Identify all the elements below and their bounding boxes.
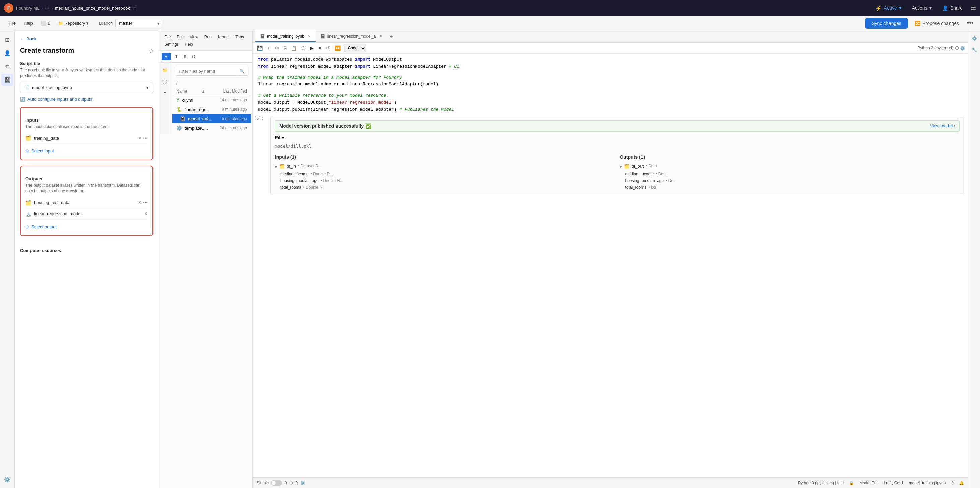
jupyter-circle-icon[interactable]: ◯ — [160, 77, 170, 86]
cut-btn[interactable]: ✂ — [273, 44, 280, 52]
file-item-linear-regr[interactable]: 🐍 linear_regr... 9 minutes ago — [172, 105, 251, 114]
script-file-selector[interactable]: 📄model_training.ipynb ▾ — [20, 82, 153, 93]
file-name-model-training: model_trai... — [188, 116, 222, 121]
jupyter-kernel-menu[interactable]: Kernel — [215, 33, 232, 40]
help-menu-item[interactable]: Help — [21, 19, 36, 27]
jupyter-settings-menu[interactable]: Settings — [162, 41, 181, 48]
more-output-options-icon[interactable]: ••• — [143, 200, 148, 205]
jupyter-file-menu[interactable]: File — [162, 33, 173, 40]
sync-changes-button[interactable]: Sync changes — [865, 18, 908, 29]
paste-btn[interactable]: 📋 — [289, 44, 298, 52]
remove-output-housing-icon[interactable]: ✕ — [138, 200, 142, 205]
remove-input-icon[interactable]: ✕ — [138, 136, 142, 141]
more-tools-btn[interactable]: ⬡ — [300, 44, 307, 52]
jupyter-run-menu[interactable]: Run — [202, 33, 215, 40]
sidebar-icon-layers[interactable]: ⧉ — [2, 60, 13, 72]
view-model-link[interactable]: View model › — [930, 123, 955, 128]
field-median-income: median_income • Double R... — [275, 171, 615, 177]
right-settings-panel: ⚙️ 🔧 — [968, 31, 980, 488]
kw-import-1: import — [355, 57, 371, 62]
select-output-button[interactable]: ⊕ Select output — [25, 223, 57, 230]
fast-forward-btn[interactable]: ⏩ — [333, 44, 342, 52]
share-button[interactable]: 👤 Share — [940, 4, 965, 12]
file-menu: File Help ⬜ 1 📁 Repository ▾ — [5, 19, 92, 27]
cell-number: [6]: — [254, 116, 264, 121]
df-in-type: • Dataset R... — [298, 164, 322, 168]
branch-select-input[interactable]: master — [115, 19, 162, 27]
right-panel-gear-icon[interactable]: ⚙️ — [970, 33, 979, 43]
df-out-name: df_out — [632, 164, 643, 168]
config-file-icon: ⚙️ — [176, 126, 182, 131]
plus-circle-output-icon: ⊕ — [25, 224, 29, 229]
tab-linear-regression[interactable]: 📓 linear_regression_model_a ✕ — [316, 31, 387, 42]
jupyter-help-menu[interactable]: Help — [182, 41, 196, 48]
panel-external-link-icon[interactable]: ⬡ — [150, 49, 153, 54]
status-zero-1: 0 — [285, 481, 287, 485]
status-icon-2: ⚙️ — [300, 481, 305, 485]
compute-section: Compute resources — [20, 243, 153, 254]
file-item-model-training[interactable]: 📓 model_trai... 5 minutes ago — [172, 114, 251, 123]
tab-model-training[interactable]: 📓 model_training.ipynb ✕ — [255, 31, 316, 42]
save-btn[interactable]: 💾 — [255, 44, 264, 52]
new-file-button[interactable]: + — [162, 52, 171, 60]
modified-column-header: Last Modified — [207, 89, 247, 94]
add-cell-btn[interactable]: + — [266, 44, 272, 52]
code-block: from palantir_models.code_workspaces imp… — [253, 54, 968, 116]
file-search-input[interactable] — [179, 69, 237, 74]
upload2-button[interactable]: ⬆ — [181, 53, 188, 60]
jupyter-view-menu[interactable]: View — [187, 33, 201, 40]
yaml-file-icon: Y — [176, 97, 179, 103]
simple-toggle-pill[interactable] — [271, 480, 282, 486]
active-button[interactable]: ⚡ Active ▾ — [873, 4, 904, 13]
more-input-options-icon[interactable]: ••• — [143, 136, 148, 141]
close-tab-2-icon[interactable]: ✕ — [379, 34, 383, 38]
repository-menu-item[interactable]: 📁 Repository ▾ — [55, 19, 92, 27]
actions-button[interactable]: Actions ▾ — [909, 4, 934, 12]
code-settings-icon[interactable]: ⚙️ — [960, 46, 965, 51]
expand-input-icon[interactable]: ▾ — [275, 164, 277, 169]
sidebar-icon-settings[interactable]: ⚙️ — [2, 473, 13, 485]
inputs-desc: The input dataset aliases read in the tr… — [25, 124, 148, 130]
propose-changes-button[interactable]: 🔀 Propose changes — [912, 19, 962, 27]
refresh-btn[interactable]: ↺ — [325, 44, 332, 52]
copy-btn[interactable]: ⎘ — [282, 44, 288, 52]
favorite-icon[interactable]: ☆ — [132, 5, 137, 11]
outputs-col-title: Outputs (1) — [620, 154, 959, 159]
sidebar-icon-notebook[interactable]: 📓 — [2, 74, 13, 86]
jupyter-folder-icon[interactable]: 📁 — [160, 65, 170, 75]
select-input-button[interactable]: ⊕ Select input — [25, 147, 54, 155]
jupyter-edit-menu[interactable]: Edit — [174, 33, 186, 40]
file-item-template[interactable]: ⚙️ templateC... 14 minutes ago — [172, 123, 251, 133]
upload-button[interactable]: ⬆ — [173, 53, 180, 60]
jupyter-tabs-menu[interactable]: Tabs — [233, 33, 247, 40]
input-item-actions: ✕ ••• — [138, 136, 148, 141]
back-button[interactable]: ← Back — [20, 36, 153, 41]
cell-type-select[interactable]: Code — [344, 44, 366, 52]
outputs-section: Outputs The output dataset aliases writt… — [20, 165, 153, 236]
hamburger-icon[interactable]: ☰ — [970, 4, 976, 12]
run-btn[interactable]: ▶ — [309, 44, 315, 52]
remove-output-model-icon[interactable]: ✕ — [144, 211, 148, 216]
file-menu-item[interactable]: File — [5, 19, 19, 27]
right-panel-settings-icon[interactable]: 🔧 — [970, 45, 979, 54]
check-icon: ✅ — [366, 123, 371, 129]
auto-configure-btn[interactable]: 🔄 Auto configure inputs and outputs — [20, 97, 153, 102]
workspace-menu-item[interactable]: ⬜ 1 — [38, 19, 53, 27]
expand-output-icon[interactable]: ▾ — [620, 164, 622, 169]
mode-status: Mode: Edit — [859, 481, 878, 485]
input-df-in: ▾ 🗂️ df_in • Dataset R... — [275, 162, 615, 171]
more-options-icon[interactable]: ••• — [966, 18, 975, 28]
stop-btn[interactable]: ■ — [317, 44, 323, 52]
file-item-ci[interactable]: Y ci.yml 14 minutes ago — [172, 95, 251, 105]
sidebar-icon-grid[interactable]: ⊞ — [2, 33, 13, 46]
close-tab-1-icon[interactable]: ✕ — [308, 34, 311, 38]
jupyter-list-icon[interactable]: ≡ — [160, 88, 170, 97]
sidebar-icon-person[interactable]: 👤 — [2, 47, 13, 59]
bell-icon: 🔔 — [959, 481, 964, 485]
breadcrumb-foundry[interactable]: Foundry ML — [16, 6, 39, 11]
refresh-files-button[interactable]: ↺ — [190, 53, 197, 60]
add-tab-icon[interactable]: + — [387, 31, 396, 42]
branch-selector[interactable]: master — [115, 19, 162, 27]
jupyter-menu: File Edit View Run Kernel Tabs Settings … — [162, 33, 250, 48]
jupyter-toolbar2: + ⬆ ⬆ ↺ — [159, 51, 252, 63]
